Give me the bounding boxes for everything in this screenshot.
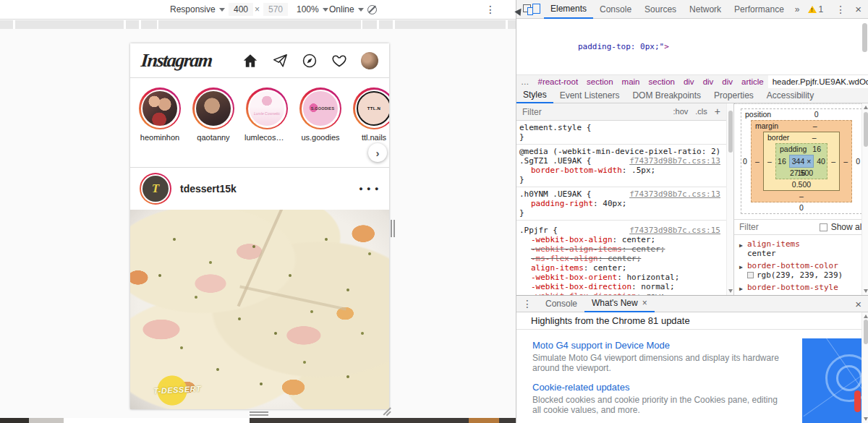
tab-styles[interactable]: Styles [516,88,553,103]
instagram-logo[interactable]: Instagram [140,50,213,72]
viewport-resize-handle-corner[interactable] [380,406,392,416]
show-all-checkbox[interactable] [820,223,827,231]
drawer-scrollbar[interactable] [861,312,868,423]
story-avatar [196,91,231,126]
styles-pane-scrollbar[interactable] [726,103,733,295]
box-model-diagram[interactable]: position0 0 margin– – border– – pad [741,108,862,214]
tab-elements[interactable]: Elements [544,0,593,19]
tab-sources[interactable]: Sources [638,0,683,19]
breadcrumb-item[interactable]: article [737,77,768,86]
toggle-device-toolbar-icon[interactable] [532,4,533,15]
color-swatch[interactable] [747,272,754,278]
breadcrumb-item[interactable]: section [644,77,678,86]
new-style-rule-button[interactable]: + [715,107,720,116]
stylesheet-link[interactable]: f74373d98b7c.css:13 [629,189,720,199]
stylesheet-link[interactable]: f74373d98b7c.css:15 [629,226,720,235]
devtools-close-button[interactable]: × [848,3,868,15]
devtools-main-tabbar: Elements Console Sources Network Perform… [516,0,868,19]
stylesheet-link[interactable]: f74373d98b7c.css:13 [629,156,720,166]
viewport-width-input[interactable] [229,3,253,16]
warning-badge[interactable]: 1 [804,4,827,14]
explore-icon[interactable] [302,53,318,69]
home-icon[interactable] [242,53,258,69]
scroll-up-arrow-icon[interactable] [864,315,868,318]
tab-network[interactable]: Network [683,0,728,19]
device-type-label: Responsive [170,4,216,14]
computed-sidebar-scrollbar[interactable] [861,103,868,295]
tab-console[interactable]: Console [593,0,638,19]
tree-node[interactable]: padding-top: 0px;"> [516,41,868,52]
scroll-down-arrow-icon[interactable] [864,417,868,421]
zoom-select[interactable]: 100% [297,0,328,19]
tab-dom-breakpoints[interactable]: DOM Breakpoints [626,88,707,103]
breadcrumb-overflow[interactable]: … [516,77,534,86]
breadcrumb-item[interactable]: div [718,77,737,86]
device-type-select[interactable]: Responsive [170,0,225,19]
breadcrumb-item[interactable]: section [582,77,617,86]
screenshot-root: Responsive × 100% Online ⋮ [0,0,868,423]
computed-property[interactable]: ▶ align-items center [734,238,868,260]
background-window-sliver [499,418,516,423]
computed-property[interactable]: ▶ border-bottom-style [734,281,868,294]
computed-filter-input[interactable] [739,222,804,232]
tab-accessibility[interactable]: Accessibility [760,88,820,103]
media-query-bar[interactable] [0,20,516,29]
box-model-content-size: 344 × 27.500 [789,155,814,168]
story-item[interactable]: Lumle Cosmetic lumlecosme… [244,87,289,167]
devtools-menu-button[interactable]: ⋮ [833,4,848,15]
computed-property[interactable]: ▶ border-bottom-color rgb(239, 239, 239) [734,260,868,281]
elements-tree-scrollbar[interactable] [862,23,867,52]
stories-next-button[interactable]: › [368,143,387,162]
breadcrumb-item[interactable]: #react-root [534,77,583,86]
messenger-icon[interactable] [272,53,288,69]
post-photo-pizza[interactable]: T-DESSERT [130,210,389,409]
activity-heart-icon[interactable] [331,53,347,69]
tab-performance[interactable]: Performance [728,0,791,19]
device-viewport: Instagram heominhon qaotanny [130,43,389,409]
style-rule-h0ynm[interactable]: .h0YNM .UE9AK { f74373d98b7c.css:13 padd… [516,187,726,221]
background-window-sliver [250,418,469,423]
toggle-class-button[interactable]: .cls [695,107,707,116]
viewport-resize-handle-bottom[interactable] [250,411,268,417]
drawer-tab-whats-new[interactable]: What's New × [584,296,655,312]
more-tabs-button[interactable]: » [791,4,804,14]
style-rule-media[interactable]: @media (-webkit-min-device-pixel-ratio: … [516,145,726,187]
drawer-menu-button[interactable]: ⋮ [516,298,538,309]
instagram-header: Instagram [130,43,389,78]
post-more-options-icon[interactable]: ● ● ● [359,185,380,192]
story-avatar: S.GOODIES [303,91,338,126]
style-rule-element[interactable]: element.style { } [516,121,726,145]
toggle-hover-state-button[interactable]: :hov [673,107,689,116]
story-username: ttl.nails [352,133,389,142]
story-item[interactable]: qaotanny [191,87,236,167]
story-item[interactable]: heominhon [137,87,182,167]
breadcrumb-item-selected[interactable]: header.Ppjfr.UE9AK.wdOqh [768,75,868,89]
story-username: heominhon [137,133,182,142]
zoom-level: 100% [297,4,319,14]
breadcrumb: … #react-root section main section div d… [516,74,868,88]
close-tab-icon[interactable]: × [642,296,647,311]
breadcrumb-item[interactable]: div [699,77,718,86]
viewport-resize-handle-right[interactable] [391,220,396,237]
style-rule-ppjfr[interactable]: .Ppjfr { f74373d98b7c.css:15 -webkit-box… [516,223,726,295]
breadcrumb-item[interactable]: div [679,77,699,86]
throttling-select[interactable]: Online [329,0,364,19]
post-avatar[interactable]: T [140,173,171,205]
scroll-down-arrow-icon[interactable] [728,289,733,293]
story-item[interactable]: S.GOODIES us.goodies [298,87,343,167]
scroll-up-arrow-icon[interactable] [864,106,868,109]
tab-event-listeners[interactable]: Event Listeners [553,88,626,103]
scroll-down-arrow-icon[interactable] [864,289,868,293]
styles-filter-input[interactable] [522,107,631,117]
tab-properties[interactable]: Properties [707,88,760,103]
device-toolbar-menu-button[interactable]: ⋮ [485,0,495,19]
pizza-slice-gap [239,285,346,310]
drawer-close-button[interactable]: × [848,298,868,310]
viewport-height-input[interactable] [263,3,288,16]
profile-avatar[interactable] [361,52,378,69]
no-throttling-icon[interactable] [367,0,377,19]
breadcrumb-item[interactable]: main [618,77,644,86]
drawer-tab-console[interactable]: Console [538,296,584,312]
network-condition: Online [329,4,354,14]
post-username[interactable]: tdessert15k [180,183,237,195]
